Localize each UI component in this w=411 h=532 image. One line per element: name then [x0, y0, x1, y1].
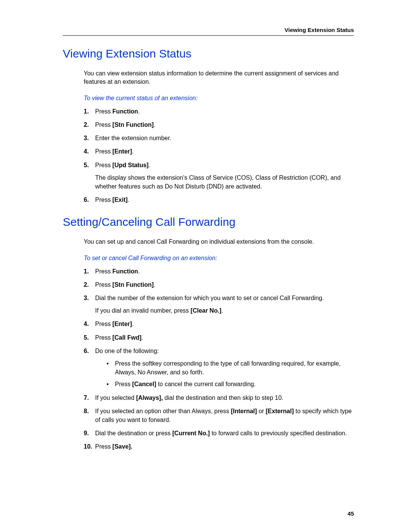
step-text: .: [221, 307, 223, 314]
step-text: .: [154, 121, 155, 128]
section2-intro: You can set up and cancel Call Forwardin…: [84, 238, 354, 246]
step-text: .: [138, 268, 140, 275]
step-bold: [Cancel]: [132, 381, 156, 387]
step-bold: [Exit]: [112, 197, 127, 203]
step: Press [Stn Function].: [84, 280, 354, 289]
step-text: Press: [95, 443, 112, 450]
step-text: Do one of the following:: [95, 348, 159, 354]
section1-heading: Viewing Extension Status: [63, 47, 354, 60]
step-text: .: [127, 197, 129, 203]
step-text: Press: [95, 162, 112, 168]
page-container: Viewing Extension Status Viewing Extensi…: [0, 0, 411, 532]
step-text: Press: [95, 268, 112, 275]
step-text: Press: [95, 121, 112, 128]
step-text: Press: [95, 334, 112, 341]
bullet-item: Press [Cancel] to cancel the current cal…: [107, 380, 354, 388]
step-text: If you selected an option other than Alw…: [95, 408, 231, 414]
step-bold: [Stn Function]: [112, 121, 153, 128]
step-bold: Function: [112, 108, 138, 115]
section2-body: You can set up and cancel Call Forwardin…: [84, 238, 354, 451]
step-text: .: [148, 162, 150, 168]
step-text: .: [154, 281, 155, 288]
step: Press [Exit].: [84, 195, 354, 204]
step-extra: The display shows the extension's Class …: [95, 173, 354, 191]
step-bullets: Press the softkey corresponding to the t…: [107, 359, 354, 389]
step-text: If you dial an invalid number, press: [95, 307, 191, 314]
running-header: Viewing Extension Status: [63, 27, 354, 36]
step: Press [Enter].: [84, 147, 354, 156]
step-text: Press: [95, 148, 112, 155]
bullet-item: Press the softkey corresponding to the t…: [107, 359, 354, 377]
step-text: .: [138, 108, 140, 115]
section2-subhead: To set or cancel Call Forwarding on an e…: [84, 255, 354, 262]
step: Press [Upd Status]. The display shows th…: [84, 161, 354, 191]
step: Enter the extension number.: [84, 134, 354, 142]
step-text: Press: [115, 381, 132, 387]
step-text: Dial the destination or press: [95, 430, 172, 436]
page-number: 45: [347, 510, 354, 517]
step-text: Press: [95, 321, 112, 327]
step-bold: [Always],: [136, 395, 163, 401]
step: Press [Enter].: [84, 320, 354, 328]
step-text: If you selected: [95, 395, 136, 401]
step-bold: [Save].: [112, 443, 132, 450]
step-bold: [Upd Status]: [112, 162, 148, 168]
section2-heading: Setting/Canceling Call Forwarding: [63, 216, 354, 228]
step: Do one of the following: Press the softk…: [84, 347, 354, 389]
step-text: Press: [95, 197, 112, 203]
step-text: Press: [95, 108, 112, 115]
step: Dial the destination or press [Current N…: [84, 429, 354, 438]
step-bold: [Current No.]: [172, 430, 210, 436]
step-bold: [Call Fwd]: [112, 334, 141, 341]
step-bold: [Stn Function]: [112, 281, 153, 288]
step-text: .: [142, 334, 143, 341]
step-bold: [Internal]: [231, 408, 257, 414]
step-bold: [External]: [266, 408, 294, 414]
section1-intro: You can view extension status informatio…: [84, 69, 354, 86]
step-text: Enter the extension number.: [95, 135, 171, 141]
step-text: dial the destination and then skip to st…: [163, 395, 284, 401]
step-text: to cancel the current call forwarding.: [156, 381, 255, 387]
step-text: to forward calls to previously specified…: [210, 430, 347, 436]
step: Press Function.: [84, 107, 354, 116]
step: Press [Stn Function].: [84, 120, 354, 129]
section1-subhead: To view the current status of an extensi…: [84, 95, 354, 102]
step: Press [Save].: [84, 442, 354, 451]
step: If you selected [Always], dial the desti…: [84, 393, 354, 402]
section1-body: You can view extension status informatio…: [84, 69, 354, 204]
step-text: Dial the number of the extension for whi…: [95, 295, 324, 301]
step-bold: [Clear No.]: [191, 307, 221, 314]
step: Dial the number of the extension for whi…: [84, 294, 354, 315]
step: Press Function.: [84, 267, 354, 276]
step-bold: Function: [112, 268, 138, 275]
step-text: .: [132, 321, 134, 327]
step-text: .: [132, 148, 134, 155]
step: Press [Call Fwd].: [84, 333, 354, 342]
step-text: Press: [95, 281, 112, 288]
step: If you selected an option other than Alw…: [84, 407, 354, 424]
step-text: or: [257, 408, 266, 414]
step-bold: [Enter]: [112, 321, 132, 327]
step-bold: [Enter]: [112, 148, 132, 155]
section2-steps: Press Function. Press [Stn Function]. Di…: [84, 267, 354, 451]
step-extra: If you dial an invalid number, press [Cl…: [95, 306, 354, 315]
section1-steps: Press Function. Press [Stn Function]. En…: [84, 107, 354, 204]
